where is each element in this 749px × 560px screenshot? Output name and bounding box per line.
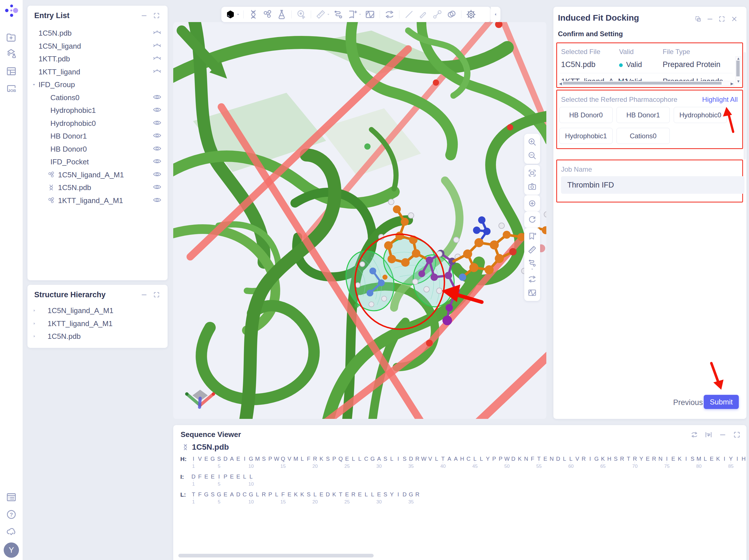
residue[interactable]: E [357,491,363,498]
workflow-path-icon[interactable] [526,257,538,272]
residue[interactable]: F [529,456,536,462]
residue[interactable]: D [401,491,408,498]
residue[interactable]: I [395,456,401,462]
residue[interactable]: A [446,456,453,462]
screenshot-camera-icon[interactable] [526,180,538,193]
residue[interactable]: D [325,491,331,498]
residue[interactable]: T [625,456,632,462]
residue[interactable]: D [555,456,561,462]
measure-icon[interactable] [315,9,327,20]
residue[interactable]: L [478,456,485,462]
residue[interactable]: E [286,491,293,498]
visibility-on-icon[interactable] [153,197,162,204]
pharmacophore-feature-button[interactable]: Cations0 [617,128,670,144]
residue[interactable]: R [414,491,421,498]
residue[interactable]: E [344,456,350,462]
structure-hierarchy-expand-icon[interactable] [153,291,160,298]
scroll-thumb[interactable] [736,61,740,76]
residue[interactable]: K [715,456,721,462]
pharmacophore-feature-button[interactable]: HB Donor1 [617,107,670,123]
structure-hierarchy-minimize-icon[interactable] [141,291,148,298]
residue[interactable]: W [421,456,427,462]
measure-ruler-icon[interactable] [526,243,538,256]
residue[interactable]: C [465,456,472,462]
residue[interactable]: L [357,456,363,462]
residue[interactable]: E [344,491,350,498]
visibility-on-icon[interactable] [153,120,162,127]
residue[interactable]: E [708,456,715,462]
reset-view-icon[interactable] [526,213,538,226]
job-browser-icon[interactable]: JOB [6,83,17,94]
residue[interactable]: Y [638,456,645,462]
residue[interactable]: K [677,456,683,462]
residue[interactable]: W [274,456,280,462]
scroll-thumb[interactable] [563,82,722,85]
zoom-in-icon[interactable] [526,135,538,149]
residue[interactable]: K [517,456,523,462]
residue[interactable]: K [318,456,325,462]
residue[interactable]: V [197,456,203,462]
pharmacophore-feature-button[interactable]: Hydrophobic0 [674,107,727,123]
residue[interactable]: K [600,456,606,462]
residue[interactable]: E [210,473,216,480]
residue[interactable]: F [197,491,203,498]
residue[interactable]: G [248,456,254,462]
residue[interactable]: A [229,491,235,498]
visibility-on-icon[interactable] [153,158,162,165]
residue[interactable]: T [536,456,542,462]
center-view-icon[interactable] [526,197,538,210]
molecular-viewport[interactable] [173,22,546,419]
stick-bond-icon[interactable] [417,9,429,20]
detach-panel-icon[interactable] [694,15,702,23]
residue[interactable]: H [741,456,747,462]
residue[interactable]: Q [280,456,286,462]
residue[interactable]: P [267,456,274,462]
residue[interactable]: V [286,456,293,462]
residue[interactable]: E [203,456,210,462]
pharmacophore-feature-button[interactable]: Hydrophobic1 [559,128,613,144]
residue[interactable]: G [216,491,222,498]
table-horizontal-scrollbar[interactable]: ◀ ▶ [558,81,734,86]
residue[interactable]: R [632,456,638,462]
residue[interactable]: K [299,491,305,498]
new-project-icon[interactable] [6,32,17,43]
cloud-sync-icon[interactable] [6,526,17,537]
residue[interactable]: L [472,456,478,462]
file-table-row[interactable]: 1C5N.pdbValidPrepared Protein [557,56,734,73]
dna-icon[interactable] [247,9,260,20]
visibility-off-icon[interactable] [153,29,162,36]
surface-map-icon[interactable] [526,286,538,299]
residue[interactable]: L [363,491,369,498]
visibility-on-icon[interactable] [153,94,162,101]
residue[interactable]: F [197,473,203,480]
residue[interactable]: I [734,456,741,462]
swap-arrows-icon[interactable] [383,9,396,20]
scroll-right-icon[interactable]: ▶ [731,82,733,86]
residue[interactable]: G [408,491,414,498]
residue[interactable]: I [216,473,222,480]
task-list-icon[interactable] [6,492,17,503]
previous-button[interactable]: Previous [673,398,703,407]
residue[interactable]: A [229,456,235,462]
residue[interactable]: E [235,473,241,480]
zoom-out-icon[interactable] [526,149,538,162]
bookmark-add-icon[interactable] [346,9,359,20]
caret-right-icon[interactable] [32,321,36,326]
residue[interactable]: R [350,491,357,498]
entry-list-item[interactable]: 1KTT_ligand [27,65,168,79]
residue[interactable]: L [389,456,395,462]
residue[interactable]: L [561,456,568,462]
structure-hierarchy-item[interactable]: 1C5N_ligand_A_M1 [27,304,168,317]
entry-list-minimize-icon[interactable] [141,12,148,19]
residue[interactable]: I [664,456,670,462]
residue[interactable]: M [254,456,261,462]
job-name-input[interactable]: Thrombin IFD [561,176,745,194]
residue[interactable]: Y [389,491,395,498]
residue[interactable]: M [293,456,299,462]
residue[interactable]: T [190,491,197,498]
residue[interactable]: L [254,491,261,498]
residue[interactable]: R [581,456,587,462]
residue[interactable]: P [497,456,504,462]
residue[interactable]: D [190,473,197,480]
entry-list-item[interactable]: Cations0 [27,91,168,104]
